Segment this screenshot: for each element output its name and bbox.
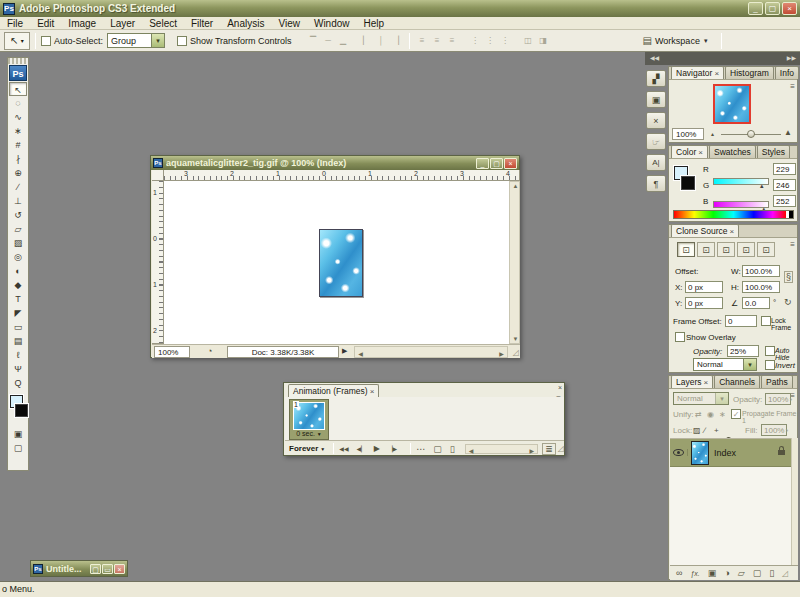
link-layers-button[interactable]: ∞: [676, 568, 682, 578]
auto-select-checkbox[interactable]: [41, 36, 51, 46]
layer-style-button[interactable]: ƒx.: [690, 570, 699, 577]
play-button[interactable]: ▶: [374, 444, 380, 453]
app-titlebar[interactable]: Ps Adobe Photoshop CS3 Extended _ ▢ ×: [0, 0, 800, 17]
tab-histogram[interactable]: Histogram: [725, 66, 774, 79]
layers-scrollbar[interactable]: [791, 438, 798, 565]
document-titlebar[interactable]: Ps aquametalicglitter2_tig.gif @ 100% (I…: [151, 156, 519, 170]
menu-layer[interactable]: Layer: [103, 18, 142, 29]
chevron-down-icon[interactable]: ▼: [320, 446, 325, 452]
menu-filter[interactable]: Filter: [184, 18, 220, 29]
quick-mask-button[interactable]: ▣: [9, 427, 27, 441]
tool-move[interactable]: ↖: [9, 82, 27, 96]
navigator-thumbnail[interactable]: [713, 84, 751, 124]
document-canvas[interactable]: [164, 181, 509, 344]
blend-mode-dropdown[interactable]: Normal ▾: [673, 392, 729, 405]
tool-brush[interactable]: ∕: [9, 180, 27, 194]
minimized-document-window[interactable]: Ps Untitle... ▢ ▭ ×: [30, 560, 128, 577]
expand-dock-icon[interactable]: ◀◀: [650, 52, 659, 65]
scroll-down-icon[interactable]: ▼: [510, 336, 521, 342]
new-layer-button[interactable]: ▢: [753, 568, 762, 578]
loop-dropdown[interactable]: Forever: [289, 444, 318, 453]
animation-frame-1[interactable]: 1 0 sec. ▼: [289, 399, 329, 440]
tool-dodge[interactable]: ◐: [9, 264, 27, 278]
clock-icon[interactable]: ◔: [207, 346, 212, 356]
opacity-field[interactable]: 100% ›: [765, 393, 791, 405]
tab-channels[interactable]: Channels: [714, 375, 760, 388]
align-right-icon[interactable]: ▕: [390, 34, 403, 48]
frame-offset-field[interactable]: 0: [725, 315, 757, 327]
red-value-field[interactable]: 229: [773, 163, 796, 175]
overlay-blend-dropdown[interactable]: Normal ▾: [693, 358, 757, 371]
auto-select-dropdown[interactable]: Group ▾: [107, 33, 165, 48]
tab-clone-source[interactable]: Clone Source×: [671, 224, 739, 237]
align-left-icon[interactable]: ▏: [360, 34, 373, 48]
document-maximize-button[interactable]: ▢: [490, 158, 503, 169]
ruler-corner[interactable]: [152, 170, 164, 181]
scroll-left-icon[interactable]: ◀: [355, 350, 366, 357]
distribute-top-icon[interactable]: ≡: [416, 34, 429, 48]
distribute-bottom-icon[interactable]: ≡: [446, 34, 459, 48]
tool-pen[interactable]: ◆: [9, 278, 27, 292]
h-field[interactable]: 100.0%: [742, 281, 780, 293]
navigator-zoom-field[interactable]: 100%: [672, 128, 704, 140]
scroll-right-icon[interactable]: ▶: [496, 350, 507, 357]
scroll-up-icon[interactable]: ▲: [510, 183, 521, 189]
tool-eraser[interactable]: ▱: [9, 222, 27, 236]
w-field[interactable]: 100.0%: [742, 265, 780, 277]
clone-source-3-button[interactable]: ⊡: [717, 242, 735, 257]
distribute-right-icon[interactable]: ⋮: [499, 34, 512, 48]
tab-styles[interactable]: Styles: [757, 145, 790, 158]
tool-crop[interactable]: #: [9, 138, 27, 152]
histogram-panel-icon[interactable]: ☞: [646, 133, 666, 150]
vertical-ruler[interactable]: 1 0 1 2: [152, 181, 164, 344]
layer-name[interactable]: Index: [714, 448, 778, 458]
tool-marquee[interactable]: ◌: [9, 96, 27, 110]
chevron-down-icon[interactable]: ▾: [743, 359, 756, 370]
angle-field[interactable]: 0.0: [742, 297, 770, 309]
fill-field[interactable]: 100% ›: [761, 424, 787, 436]
horizontal-scrollbar[interactable]: ◀ ▶: [354, 346, 508, 358]
maximize-button[interactable]: ▢: [765, 2, 780, 15]
next-frame-button[interactable]: ▕▶: [388, 445, 397, 452]
show-transform-checkbox[interactable]: [177, 36, 187, 46]
document-close-button[interactable]: ×: [504, 158, 517, 169]
lock-transparency-icon[interactable]: ▨: [693, 426, 701, 435]
lock-pixels-icon[interactable]: ∕: [704, 426, 705, 435]
x-field[interactable]: 0 px: [685, 281, 723, 293]
layer-comps-panel-icon[interactable]: ×: [646, 112, 666, 129]
document-minimize-button[interactable]: _: [476, 158, 489, 169]
brushes-panel-icon[interactable]: ▞: [646, 70, 666, 87]
clone-source-menu-icon[interactable]: ≡: [790, 240, 795, 249]
tool-clone-stamp[interactable]: ⊥: [9, 194, 27, 208]
zoom-in-icon[interactable]: ▲: [784, 128, 792, 137]
propagate-checkbox[interactable]: ✓: [733, 410, 740, 419]
previous-frame-button[interactable]: ◀▏: [357, 445, 366, 452]
auto-hide-checkbox[interactable]: [765, 346, 775, 356]
tool-zoom[interactable]: Q: [9, 376, 27, 390]
color-ramp[interactable]: [673, 210, 794, 219]
overlay-opacity-field[interactable]: 25%: [727, 345, 759, 357]
reset-transform-icon[interactable]: ↻: [784, 297, 792, 307]
workspace-label[interactable]: Workspace: [655, 36, 700, 46]
menu-image[interactable]: Image: [61, 18, 103, 29]
tool-notes[interactable]: ▤: [9, 334, 27, 348]
background-color-swatch[interactable]: [681, 176, 695, 190]
tool-magic-wand[interactable]: ∗: [9, 124, 27, 138]
align-top-icon[interactable]: ▔: [307, 34, 320, 48]
tool-eyedropper[interactable]: ℓ: [9, 348, 27, 362]
toolbox-grip[interactable]: [8, 58, 28, 64]
chevron-down-icon[interactable]: ▾: [704, 37, 708, 45]
screen-mode-button[interactable]: ▢: [9, 441, 27, 455]
convert-to-timeline-button[interactable]: ≣: [542, 443, 556, 455]
blue-value-field[interactable]: 252: [773, 195, 796, 207]
tool-slice[interactable]: ∤: [9, 152, 27, 166]
lock-frame-checkbox[interactable]: [761, 316, 771, 326]
green-value-field[interactable]: 246: [773, 179, 796, 191]
minimized-maximize-button[interactable]: ▭: [102, 564, 113, 574]
menu-file[interactable]: File: [0, 18, 30, 29]
tool-presets-panel-icon[interactable]: ▣: [646, 91, 666, 108]
slider-thumb[interactable]: [747, 130, 755, 138]
delete-layer-button[interactable]: ▯: [769, 568, 774, 578]
tool-hand[interactable]: Ψ: [9, 362, 27, 376]
resize-grip-icon[interactable]: ◿: [558, 444, 564, 453]
